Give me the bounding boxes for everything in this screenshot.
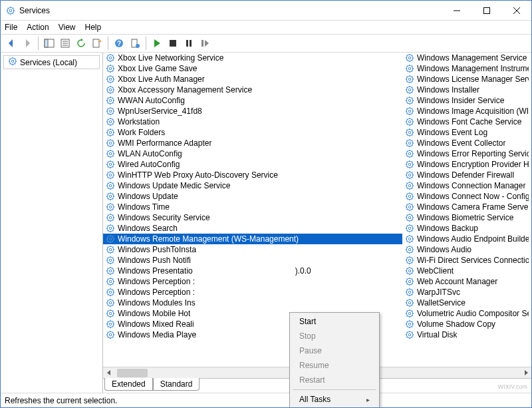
gear-icon [106, 96, 115, 105]
service-row[interactable]: Windows Management Service [402, 53, 531, 63]
gear-icon [405, 181, 414, 190]
svg-rect-15 [45, 39, 48, 47]
service-row[interactable]: Windows License Manager Service [402, 74, 531, 85]
service-row[interactable]: Xbox Live Game Save [103, 63, 402, 74]
ctx-stop[interactable]: Stop [290, 329, 379, 343]
service-row[interactable]: Windows Event Log [402, 127, 531, 138]
service-row[interactable]: Windows Update [103, 191, 402, 202]
menu-action[interactable]: Action [27, 23, 49, 32]
service-row[interactable]: Windows Defender Firewall [402, 170, 531, 180]
service-label: Windows Camera Frame Server [417, 202, 529, 212]
gear-icon [106, 128, 115, 137]
service-row[interactable]: Windows Audio [402, 244, 531, 255]
service-row[interactable]: Windows Installer [402, 85, 531, 95]
ctx-all-tasks-label: All Tasks [299, 395, 331, 404]
restart-service-button[interactable] [198, 36, 212, 51]
service-row[interactable]: Xbox Live Networking Service [103, 53, 402, 63]
gear-icon [106, 181, 115, 190]
service-label: Windows Security Service [118, 213, 210, 222]
service-row[interactable]: Windows Camera Frame Server [402, 202, 531, 212]
tab-extended[interactable]: Extended [104, 378, 153, 391]
help-topic-button[interactable] [128, 36, 142, 51]
service-row[interactable]: Windows Management Instrumen [402, 63, 531, 74]
service-row[interactable]: Windows Font Cache Service [402, 116, 531, 127]
service-row[interactable]: WinHTTP Web Proxy Auto-Discovery Service [103, 170, 402, 180]
service-row[interactable]: Xbox Live Auth Manager [103, 74, 402, 85]
service-row[interactable]: WarpJITSvc [402, 287, 531, 298]
service-row[interactable]: Windows Image Acquisition (WIA) [402, 106, 531, 116]
service-row[interactable]: Windows Event Collector [402, 138, 531, 148]
service-row[interactable]: Windows PushToInsta [103, 244, 402, 255]
service-row[interactable]: WebClient [402, 266, 531, 276]
help-toolbar-button[interactable]: ? [112, 36, 126, 51]
service-row[interactable]: Web Account Manager [402, 276, 531, 287]
svg-rect-26 [186, 40, 188, 47]
stop-service-button[interactable] [166, 36, 180, 51]
export-list-button[interactable] [90, 36, 104, 51]
properties-toolbar-button[interactable] [58, 36, 72, 51]
service-row[interactable]: Virtual Disk [402, 329, 531, 340]
close-button[interactable] [501, 1, 531, 20]
service-row[interactable]: WalletService [402, 298, 531, 308]
ctx-start[interactable]: Start [290, 314, 379, 329]
scroll-thumb[interactable] [117, 369, 148, 377]
service-row[interactable]: Wi-Fi Direct Services Connection M [402, 255, 531, 266]
service-row[interactable]: Volumetric Audio Compositor Serv [402, 308, 531, 319]
gear-icon [405, 64, 414, 73]
back-button[interactable] [4, 36, 19, 51]
service-label: Windows Update [118, 192, 178, 201]
scroll-right-button[interactable] [520, 367, 531, 379]
service-row[interactable]: WpnUserService_41fd8 [103, 106, 402, 116]
service-row[interactable]: Windows Push Notifi [103, 255, 402, 266]
service-row[interactable]: Windows Biometric Service [402, 212, 531, 223]
service-row[interactable]: WMI Performance Adapter [103, 138, 402, 148]
ctx-all-tasks[interactable]: All Tasks▸ [290, 392, 379, 407]
service-row[interactable]: Windows Error Reporting Service [402, 148, 531, 159]
menu-file[interactable]: File [5, 23, 17, 32]
maximize-button[interactable] [471, 1, 501, 20]
menu-view[interactable]: View [59, 23, 76, 32]
ctx-pause[interactable]: Pause [290, 343, 379, 358]
scroll-left-button[interactable] [103, 367, 114, 379]
start-service-button[interactable] [150, 36, 164, 51]
service-row[interactable]: Windows Update Medic Service [103, 180, 402, 191]
service-row[interactable]: Windows Time [103, 202, 402, 212]
service-row[interactable]: Volume Shadow Copy [402, 319, 531, 329]
refresh-toolbar-button[interactable] [74, 36, 88, 51]
svg-rect-11 [483, 7, 489, 13]
service-row[interactable]: Workstation [103, 116, 402, 127]
service-row[interactable]: Windows Encryption Provider Hos [402, 159, 531, 170]
service-label: Windows Search [118, 224, 178, 233]
service-row[interactable]: Windows Search [103, 223, 402, 234]
service-row[interactable]: Windows Remote Management (WS-Management… [103, 234, 402, 244]
service-row[interactable]: Windows Connection Manager [402, 180, 531, 191]
service-row[interactable]: WWAN AutoConfig [103, 95, 402, 106]
gear-icon [106, 64, 115, 73]
service-row[interactable]: Windows Perception : [103, 287, 402, 298]
service-row[interactable]: Windows Presentatio).0.0 [103, 266, 402, 276]
minimize-button[interactable] [442, 1, 471, 20]
pause-service-button[interactable] [182, 36, 196, 51]
service-row[interactable]: Windows Insider Service [402, 95, 531, 106]
ctx-restart[interactable]: Restart [290, 373, 379, 387]
service-row[interactable]: Windows Connect Now - Config R [402, 191, 531, 202]
gear-icon [106, 192, 115, 201]
service-row[interactable]: Windows Perception : [103, 276, 402, 287]
service-row[interactable]: Windows Modules Ins [103, 298, 402, 308]
service-row[interactable]: Wired AutoConfig [103, 159, 402, 170]
ctx-resume[interactable]: Resume [290, 358, 379, 373]
service-row[interactable]: Windows Audio Endpoint Builder [402, 234, 531, 244]
tab-standard[interactable]: Standard [153, 378, 200, 391]
service-column-right[interactable]: Windows Management ServiceWindows Manage… [402, 53, 531, 367]
tree-root[interactable]: Services (Local) [3, 55, 100, 69]
service-row[interactable]: Windows Backup [402, 223, 531, 234]
forward-button[interactable] [20, 36, 35, 51]
service-row[interactable]: WLAN AutoConfig [103, 148, 402, 159]
service-row[interactable]: Xbox Accessory Management Service [103, 85, 402, 95]
service-row[interactable]: Work Folders [103, 127, 402, 138]
svg-rect-27 [190, 40, 192, 47]
service-row[interactable]: Windows Security Service [103, 212, 402, 223]
service-label: Windows Audio [417, 245, 471, 254]
menu-help[interactable]: Help [85, 23, 102, 32]
show-hide-tree-button[interactable] [42, 36, 57, 51]
